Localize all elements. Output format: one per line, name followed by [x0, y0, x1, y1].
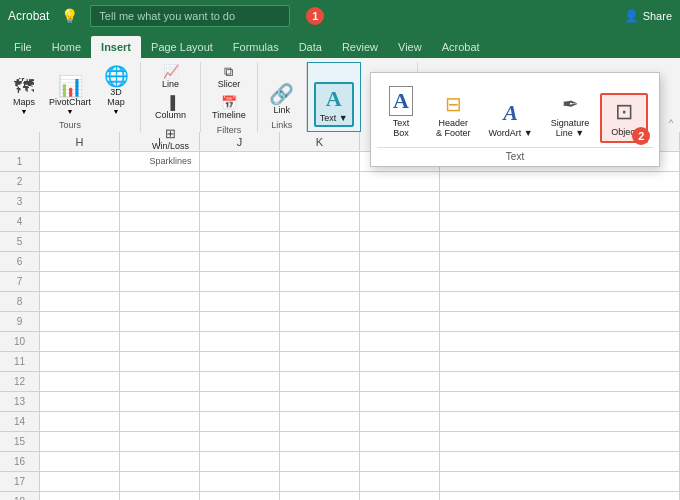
link-button[interactable]: 🔗 Link	[264, 81, 300, 118]
cell-r16-c1[interactable]	[120, 452, 200, 472]
column-button[interactable]: ▐ Column	[147, 93, 194, 123]
cell-r16-c0[interactable]	[40, 452, 120, 472]
cell-r11-extra[interactable]	[440, 352, 680, 372]
cell-r9-c4[interactable]	[360, 312, 440, 332]
cell-r16-c4[interactable]	[360, 452, 440, 472]
cell-r15-c0[interactable]	[40, 432, 120, 452]
cell-r16-extra[interactable]	[440, 452, 680, 472]
cell-r14-c0[interactable]	[40, 412, 120, 432]
tab-file[interactable]: File	[4, 36, 42, 58]
cell-r2-c3[interactable]	[280, 172, 360, 192]
cell-r11-c2[interactable]	[200, 352, 280, 372]
cell-r6-c0[interactable]	[40, 252, 120, 272]
cell-r17-c3[interactable]	[280, 472, 360, 492]
cell-r14-c2[interactable]	[200, 412, 280, 432]
cell-r10-extra[interactable]	[440, 332, 680, 352]
cell-r15-c4[interactable]	[360, 432, 440, 452]
col-header-h[interactable]: H	[40, 132, 120, 151]
cell-r3-c0[interactable]	[40, 192, 120, 212]
cell-r7-c2[interactable]	[200, 272, 280, 292]
cell-r4-extra[interactable]	[440, 212, 680, 232]
tell-me-input[interactable]	[90, 5, 290, 27]
cell-r2-c1[interactable]	[120, 172, 200, 192]
cell-r3-c4[interactable]	[360, 192, 440, 212]
tab-home[interactable]: Home	[42, 36, 91, 58]
cell-r18-c4[interactable]	[360, 492, 440, 500]
cell-r9-c2[interactable]	[200, 312, 280, 332]
cell-r17-c2[interactable]	[200, 472, 280, 492]
cell-r1-c0[interactable]	[40, 152, 120, 172]
cell-r8-extra[interactable]	[440, 292, 680, 312]
cell-r5-extra[interactable]	[440, 232, 680, 252]
ribbon-collapse-button[interactable]: ^	[664, 116, 678, 130]
cell-r6-extra[interactable]	[440, 252, 680, 272]
cell-r10-c1[interactable]	[120, 332, 200, 352]
cell-r17-c4[interactable]	[360, 472, 440, 492]
cell-r4-c1[interactable]	[120, 212, 200, 232]
cell-r16-c2[interactable]	[200, 452, 280, 472]
cell-r6-c3[interactable]	[280, 252, 360, 272]
cell-r8-c0[interactable]	[40, 292, 120, 312]
line-button[interactable]: 📈 Line	[147, 62, 194, 92]
cell-r18-c2[interactable]	[200, 492, 280, 500]
cell-r8-c3[interactable]	[280, 292, 360, 312]
cell-r13-extra[interactable]	[440, 392, 680, 412]
cell-r11-c4[interactable]	[360, 352, 440, 372]
cell-r3-c3[interactable]	[280, 192, 360, 212]
cell-r13-c1[interactable]	[120, 392, 200, 412]
cell-r10-c0[interactable]	[40, 332, 120, 352]
object-button[interactable]: ⊡ Object 2	[600, 93, 648, 143]
3dmap-button[interactable]: 🌐 3DMap ▼	[98, 63, 134, 118]
winloss-button[interactable]: ⊞ Win/Loss	[147, 124, 194, 154]
cell-r1-c3[interactable]	[280, 152, 360, 172]
tab-formulas[interactable]: Formulas	[223, 36, 289, 58]
cell-r11-c3[interactable]	[280, 352, 360, 372]
cell-r5-c2[interactable]	[200, 232, 280, 252]
cell-r15-c3[interactable]	[280, 432, 360, 452]
cell-r17-extra[interactable]	[440, 472, 680, 492]
cell-r18-extra[interactable]	[440, 492, 680, 500]
cell-r18-c3[interactable]	[280, 492, 360, 500]
cell-r10-c3[interactable]	[280, 332, 360, 352]
cell-r2-c0[interactable]	[40, 172, 120, 192]
cell-r4-c0[interactable]	[40, 212, 120, 232]
share-button[interactable]: 👤 Share	[624, 9, 672, 23]
cell-r15-c1[interactable]	[120, 432, 200, 452]
cell-r9-c3[interactable]	[280, 312, 360, 332]
tab-page-layout[interactable]: Page Layout	[141, 36, 223, 58]
tab-review[interactable]: Review	[332, 36, 388, 58]
cell-r12-c0[interactable]	[40, 372, 120, 392]
cell-r8-c2[interactable]	[200, 292, 280, 312]
cell-r10-c2[interactable]	[200, 332, 280, 352]
cell-r13-c3[interactable]	[280, 392, 360, 412]
cell-r4-c3[interactable]	[280, 212, 360, 232]
text-button[interactable]: A Text ▼	[314, 82, 354, 127]
cell-r18-c0[interactable]	[40, 492, 120, 500]
cell-r7-c3[interactable]	[280, 272, 360, 292]
cell-r5-c4[interactable]	[360, 232, 440, 252]
cell-r14-c3[interactable]	[280, 412, 360, 432]
tab-insert[interactable]: Insert	[91, 36, 141, 58]
cell-r13-c2[interactable]	[200, 392, 280, 412]
cell-r9-c0[interactable]	[40, 312, 120, 332]
cell-r2-extra[interactable]	[440, 172, 680, 192]
cell-r13-c4[interactable]	[360, 392, 440, 412]
cell-r8-c1[interactable]	[120, 292, 200, 312]
tab-acrobat[interactable]: Acrobat	[432, 36, 490, 58]
signature-button[interactable]: ✒ SignatureLine ▼	[544, 87, 597, 143]
cell-r11-c1[interactable]	[120, 352, 200, 372]
cell-r7-extra[interactable]	[440, 272, 680, 292]
cell-r2-c2[interactable]	[200, 172, 280, 192]
cell-r5-c1[interactable]	[120, 232, 200, 252]
textbox-button[interactable]: A TextBox	[377, 81, 425, 143]
cell-r5-c3[interactable]	[280, 232, 360, 252]
cell-r12-extra[interactable]	[440, 372, 680, 392]
cell-r3-c1[interactable]	[120, 192, 200, 212]
cell-r7-c0[interactable]	[40, 272, 120, 292]
cell-r7-c1[interactable]	[120, 272, 200, 292]
cell-r15-extra[interactable]	[440, 432, 680, 452]
cell-r1-c2[interactable]	[200, 152, 280, 172]
cell-r3-c2[interactable]	[200, 192, 280, 212]
cell-r6-c1[interactable]	[120, 252, 200, 272]
cell-r10-c4[interactable]	[360, 332, 440, 352]
